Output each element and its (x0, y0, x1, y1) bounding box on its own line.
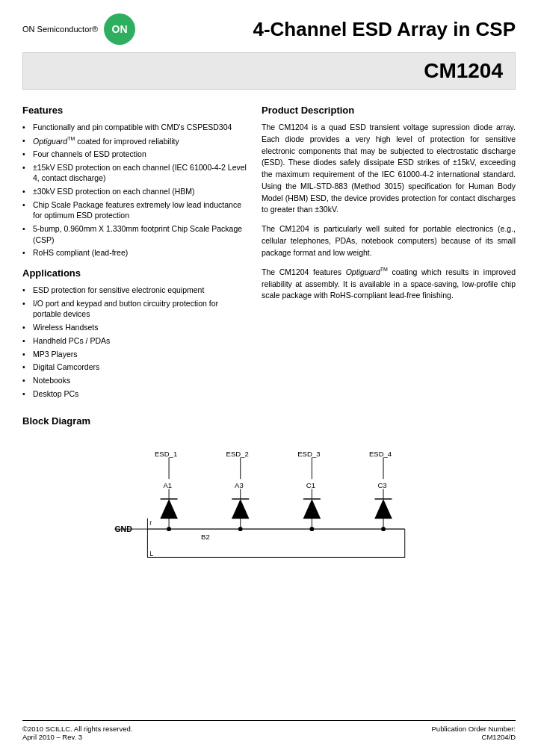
esd3-label: ESD_3 (297, 450, 320, 458)
c1-label: C1 (306, 481, 315, 489)
list-item: Four channels of ESD protection (22, 149, 247, 160)
applications-list: ESD protection for sensitive electronic … (22, 285, 247, 399)
on-logo: ON (104, 13, 135, 45)
junction1 (167, 527, 171, 532)
header: ON Semiconductor® ON 4-Channel ESD Array… (0, 0, 538, 52)
company-name: ON Semiconductor® (22, 25, 98, 34)
list-item: Handheld PCs / PDAs (22, 335, 247, 347)
esd1-label: ESD_1 (155, 450, 177, 458)
part-number: CM1204 (424, 59, 503, 82)
r-label: r (149, 520, 152, 527)
esd4-label: ESD_4 (369, 450, 392, 458)
block-diagram-svg: ESD_1 ESD_2 ESD_3 ESD_4 A1 A3 C1 C3 (105, 440, 433, 589)
page: ON Semiconductor® ON 4-Channel ESD Array… (0, 0, 538, 756)
list-item: Wireless Handsets (22, 322, 247, 333)
block-diagram-container: ESD_1 ESD_2 ESD_3 ESD_4 A1 A3 C1 C3 (22, 433, 516, 597)
product-desc-title: Product Description (262, 105, 516, 116)
l-label: L (149, 551, 153, 558)
esd2-label: ESD_2 (226, 450, 249, 458)
footer-left: ©2010 SCILLC. All rights reserved. April… (22, 725, 132, 741)
footer: ©2010 SCILLC. All rights reserved. April… (22, 720, 516, 741)
c3-label: C3 (377, 481, 386, 489)
logo-area: ON Semiconductor® ON (22, 13, 135, 45)
junction2 (238, 527, 243, 532)
a3-label: A3 (235, 481, 244, 489)
list-item: I/O port and keypad and button circuitry… (22, 298, 247, 320)
list-item: 5-bump, 0.960mm X 1.330mm footprint Chip… (22, 223, 247, 245)
list-item: Digital Camcorders (22, 362, 247, 373)
list-item: ±15kV ESD protection on each channel (IE… (22, 162, 247, 184)
list-item: ±30kV ESD protection on each channel (HB… (22, 186, 247, 197)
product-desc-p2: The CM1204 is particularly well suited f… (262, 223, 516, 258)
part-number-band: CM1204 (22, 52, 516, 90)
product-desc-p3: The CM1204 features OptiguardTM coating … (262, 266, 516, 302)
junction4 (381, 527, 386, 532)
list-item: ESD protection for sensitive electronic … (22, 285, 247, 296)
block-diagram-title: Block Diagram (22, 415, 516, 427)
junction3 (310, 527, 315, 532)
diode3-symbol (303, 499, 321, 518)
main-content: Features Functionally and pin compatible… (0, 90, 538, 415)
features-list: Functionally and pin compatible with CMD… (22, 122, 247, 258)
copyright: ©2010 SCILLC. All rights reserved. (22, 725, 132, 733)
block-diagram-section: Block Diagram ESD_1 ESD_2 ESD_3 ESD_4 A1 (0, 415, 538, 604)
list-item: OptiguardTM coated for improved reliabil… (22, 135, 247, 146)
product-desc-p1: The CM1204 is a quad ESD transient volta… (262, 122, 516, 216)
diode4-symbol (375, 499, 392, 518)
list-item: Chip Scale Package features extremely lo… (22, 199, 247, 221)
diode2-symbol (232, 499, 249, 518)
list-item: MP3 Players (22, 349, 247, 360)
applications-title: Applications (22, 267, 247, 279)
list-item: Desktop PCs (22, 388, 247, 400)
page-title: 4-Channel ESD Array in CSP (253, 18, 516, 41)
footer-date: April 2010 – Rev. 3 (22, 733, 132, 741)
list-item: RoHS compliant (lead-free) (22, 247, 247, 258)
b2-label: B2 (201, 533, 210, 542)
features-title: Features (22, 105, 247, 116)
pub-label: Publication Order Number: (432, 725, 516, 733)
pub-number: CM1204/D (432, 733, 516, 741)
footer-right: Publication Order Number: CM1204/D (432, 725, 516, 741)
diode1-symbol (161, 499, 178, 518)
right-column: Product Description The CM1204 is a quad… (262, 105, 516, 408)
a1-label: A1 (163, 481, 172, 489)
left-column: Features Functionally and pin compatible… (22, 105, 247, 408)
list-item: Functionally and pin compatible with CMD… (22, 122, 247, 133)
list-item: Notebooks (22, 375, 247, 386)
